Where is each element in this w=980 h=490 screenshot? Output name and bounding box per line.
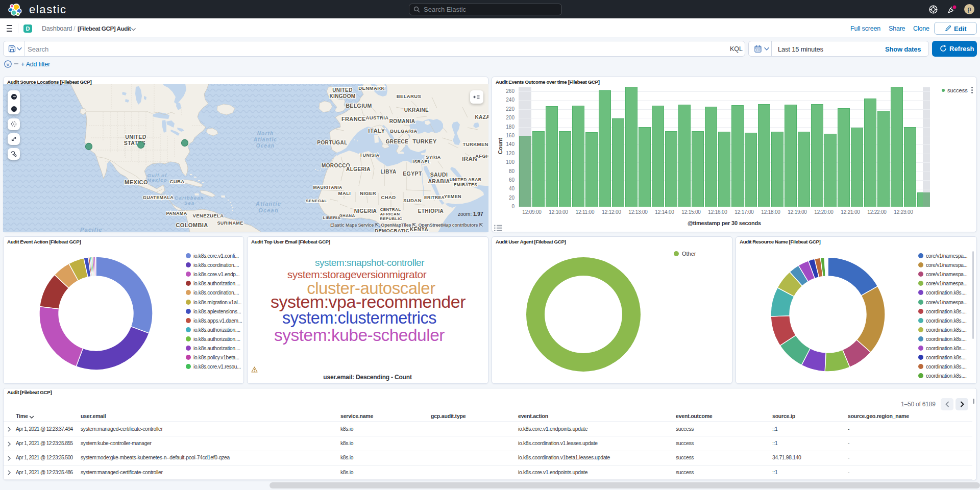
svg-text:DEMOCRATIC: DEMOCRATIC: [375, 228, 409, 232]
svg-text:SAUDI: SAUDI: [430, 172, 448, 178]
svg-text:VENEZUELA: VENEZUELA: [192, 213, 224, 218]
svg-text:MAURITANIA: MAURITANIA: [313, 185, 342, 190]
svg-text:Ocean: Ocean: [256, 143, 275, 149]
svg-text:Atlantic: Atlantic: [255, 201, 281, 207]
svg-text:UNITED: UNITED: [125, 134, 146, 140]
svg-text:EMIRATES: EMIRATES: [454, 182, 478, 187]
svg-text:CENTRAL: CENTRAL: [380, 207, 401, 212]
svg-text:UNITED: UNITED: [332, 87, 353, 93]
svg-text:LIBERIA: LIBERIA: [323, 215, 341, 220]
svg-text:MALI: MALI: [338, 190, 351, 196]
svg-text:GREECE: GREECE: [386, 139, 409, 144]
svg-text:BELARUS: BELARUS: [397, 93, 422, 99]
svg-text:TUNISIA: TUNISIA: [360, 153, 380, 158]
svg-text:BELGIUM: BELGIUM: [346, 103, 372, 109]
svg-text:UKRAINE: UKRAINE: [404, 107, 429, 113]
svg-text:ALGERIA: ALGERIA: [346, 166, 371, 172]
svg-text:TURKMENISTA: TURKMENISTA: [463, 141, 488, 147]
svg-text:AUSTRIA: AUSTRIA: [365, 115, 388, 120]
svg-text:SURINAME: SURINAME: [217, 220, 243, 226]
svg-text:YEMEN: YEMEN: [444, 194, 461, 199]
svg-text:DENMARK: DENMARK: [358, 85, 384, 91]
svg-text:PORTUGAL: PORTUGAL: [317, 140, 347, 145]
svg-text:BULGARIA: BULGARIA: [390, 128, 417, 134]
svg-text:ARABIA: ARABIA: [428, 178, 450, 184]
svg-text:EGYPT: EGYPT: [403, 170, 422, 177]
svg-text:LIBYA: LIBYA: [380, 169, 396, 175]
svg-text:NIGERIA: NIGERIA: [354, 208, 377, 214]
svg-text:Atlantic: Atlantic: [253, 137, 277, 142]
svg-text:CHAD: CHAD: [381, 194, 396, 200]
svg-text:AFRICAN: AFRICAN: [380, 212, 400, 216]
svg-text:COLOMBIA: COLOMBIA: [176, 222, 208, 228]
svg-text:FRANCE: FRANCE: [341, 116, 366, 122]
svg-text:GUATEMALA: GUATEMALA: [143, 195, 174, 200]
svg-text:North: North: [257, 131, 274, 136]
svg-text:MEXICO: MEXICO: [125, 179, 148, 185]
svg-text:SENEGAL: SENEGAL: [306, 199, 327, 203]
svg-text:ISRAEL: ISRAEL: [412, 159, 431, 164]
svg-text:SUDAN: SUDAN: [403, 198, 422, 203]
svg-text:NIGER: NIGER: [360, 190, 376, 196]
svg-text:Sea: Sea: [184, 200, 195, 206]
svg-text:UNITED ARAB: UNITED ARAB: [450, 177, 482, 182]
svg-text:ITALY: ITALY: [368, 128, 385, 134]
svg-text:AFGHA: AFGHA: [475, 153, 488, 159]
svg-text:KAZAK: KAZAK: [475, 114, 489, 120]
svg-text:CUBA: CUBA: [169, 179, 184, 184]
svg-text:Pacific: Pacific: [80, 227, 103, 232]
svg-text:Mexico: Mexico: [147, 177, 167, 183]
svg-text:PANAMA: PANAMA: [166, 211, 187, 216]
svg-text:TURKEY: TURKEY: [412, 138, 437, 144]
svg-text:ETHIOPIA: ETHIOPIA: [418, 208, 444, 214]
svg-text:GHANA: GHANA: [339, 213, 355, 218]
svg-text:ERITREA: ERITREA: [424, 195, 445, 200]
svg-text:REPUBLIC: REPUBLIC: [380, 216, 402, 221]
svg-text:KINGDOM: KINGDOM: [329, 93, 355, 99]
svg-text:ROMANIA: ROMANIA: [389, 118, 415, 124]
svg-text:Ocean: Ocean: [258, 207, 279, 213]
